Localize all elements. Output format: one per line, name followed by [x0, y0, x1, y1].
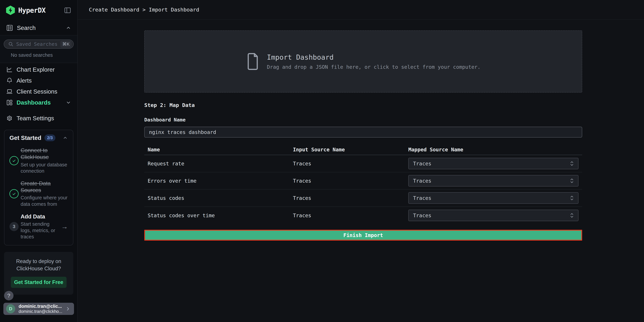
saved-searches-placeholder: Saved Searches: [16, 41, 58, 47]
progress-badge: 2/3: [44, 134, 56, 141]
no-saved-searches-text: No saved searches: [11, 52, 74, 58]
step-number-badge: 3: [10, 222, 18, 231]
select-chevrons-icon: [569, 212, 574, 218]
table-row: Errors over time Traces Traces: [144, 172, 582, 190]
chart-explorer-icon: [6, 66, 13, 73]
chevron-up-icon[interactable]: [62, 135, 68, 140]
get-started-title: Get Started: [10, 134, 42, 141]
sidebar-item-label: Client Sessions: [16, 88, 57, 95]
mapped-source-select[interactable]: Traces: [408, 175, 578, 186]
column-header-input-source: Input Source Name: [293, 147, 408, 152]
dashboards-icon: [6, 99, 13, 106]
top-bar: Create Dashboard > Import Dashboard: [78, 0, 644, 20]
input-source-cell: Traces: [293, 195, 408, 201]
mapped-source-select[interactable]: Traces: [408, 210, 578, 221]
input-source-cell: Traces: [293, 161, 408, 166]
user-name: dominic.tran@clic...: [18, 304, 62, 309]
chevron-right-icon: [65, 306, 71, 312]
finish-import-button[interactable]: Finish Import: [144, 230, 582, 240]
select-chevrons-icon: [569, 195, 574, 201]
input-source-cell: Traces: [293, 212, 408, 218]
get-started-step-sources[interactable]: Create Data Sources Configure where your…: [10, 180, 68, 208]
check-circle-icon: [10, 156, 18, 165]
bell-icon: [6, 77, 13, 84]
collapse-sidebar-icon[interactable]: [64, 6, 71, 14]
sidebar-item-client-sessions[interactable]: Client Sessions: [0, 86, 77, 97]
chart-name-cell: Status codes: [144, 195, 293, 201]
sidebar-item-label: Search: [17, 24, 36, 31]
step-subtitle: Set up your database connection: [20, 162, 68, 174]
gear-icon: [6, 115, 13, 122]
sidebar-item-team-settings[interactable]: Team Settings: [0, 113, 77, 124]
sidebar-item-chart-explorer[interactable]: Chart Explorer: [0, 64, 77, 75]
mapping-table-header: Name Input Source Name Mapped Source Nam…: [144, 144, 582, 155]
avatar: D: [6, 304, 15, 314]
app-root: HyperDX Search Saved Searches: [0, 0, 644, 322]
chart-name-cell: Errors over time: [144, 178, 293, 184]
deploy-promo-line2: ClickHouse Cloud?: [11, 265, 66, 272]
breadcrumb: Create Dashboard > Import Dashboard: [89, 6, 199, 13]
select-chevrons-icon: [569, 178, 574, 184]
logo-row: HyperDX: [0, 0, 77, 20]
dashboard-name-input[interactable]: [144, 127, 582, 138]
sidebar-item-label: Team Settings: [16, 115, 54, 122]
get-started-free-button[interactable]: Get Started for Free: [11, 277, 66, 288]
selected-value: Traces: [413, 195, 431, 201]
sidebar-item-label: Dashboards: [16, 99, 51, 106]
deploy-promo-line1: Ready to deploy on: [11, 258, 66, 265]
dropzone-description: Drag and drop a JSON file here, or click…: [267, 64, 480, 70]
selected-value: Traces: [413, 178, 431, 184]
laptop-icon: [6, 88, 13, 95]
dashboard-name-label: Dashboard Name: [144, 117, 582, 123]
table-row: Request rate Traces Traces: [144, 155, 582, 172]
step-subtitle: Start sending logs, metrics, or traces: [20, 221, 60, 240]
hyperdx-logo-icon: [6, 6, 15, 15]
table-row: Status codes Traces Traces: [144, 190, 582, 207]
table-row: Status codes over time Traces Traces: [144, 207, 582, 224]
mapped-source-select[interactable]: Traces: [408, 192, 578, 204]
mapping-table: Name Input Source Name Mapped Source Nam…: [144, 144, 582, 224]
step-title: Connect to ClickHouse: [20, 147, 68, 161]
column-header-mapped-source: Mapped Source Name: [408, 147, 582, 152]
step-title: Create Data Sources: [20, 180, 68, 194]
import-dashboard-page: Import Dashboard Drag and drop a JSON fi…: [78, 20, 582, 240]
step-subtitle: Configure where your data comes from: [20, 194, 68, 207]
get-started-card: Get Started 2/3 Connect to ClickHouse Se…: [4, 130, 73, 246]
search-icon: [8, 42, 14, 47]
dropzone-title: Import Dashboard: [267, 53, 480, 61]
sidebar-item-alerts[interactable]: Alerts: [0, 75, 77, 86]
help-icon: ?: [7, 292, 10, 299]
selected-value: Traces: [413, 161, 431, 166]
chevron-up-icon: [66, 25, 71, 31]
chart-name-cell: Request rate: [144, 161, 293, 166]
sidebar: HyperDX Search Saved Searches: [0, 0, 78, 322]
app-title: HyperDX: [18, 6, 46, 14]
mapped-source-select[interactable]: Traces: [408, 158, 578, 169]
step-2-heading: Step 2: Map Data: [144, 102, 582, 108]
check-circle-icon: [10, 189, 18, 198]
deploy-promo-card: Ready to deploy on ClickHouse Cloud? Get…: [4, 252, 73, 295]
get-started-step-connect[interactable]: Connect to ClickHouse Set up your databa…: [10, 147, 68, 174]
user-email: dominic.tran@clickho...: [18, 309, 62, 314]
input-source-cell: Traces: [293, 178, 408, 184]
saved-searches-input[interactable]: Saved Searches ⌘K: [4, 40, 74, 49]
help-button[interactable]: ?: [4, 291, 14, 300]
shortcut-badge: ⌘K: [60, 41, 72, 48]
step-title: Add Data: [20, 213, 60, 220]
file-icon: [246, 53, 260, 70]
sidebar-item-label: Alerts: [16, 77, 32, 84]
sidebar-item-label: Chart Explorer: [16, 66, 55, 73]
chart-name-cell: Status codes over time: [144, 212, 293, 218]
arrow-right-icon: →: [61, 223, 68, 230]
import-dropzone[interactable]: Import Dashboard Drag and drop a JSON fi…: [144, 30, 582, 92]
get-started-step-add-data[interactable]: 3 Add Data Start sending logs, metrics, …: [10, 213, 68, 240]
main-area: Create Dashboard > Import Dashboard Impo…: [78, 0, 644, 322]
selected-value: Traces: [413, 212, 431, 218]
sidebar-item-search[interactable]: Search: [0, 20, 77, 36]
chevron-down-icon: [66, 100, 71, 106]
user-menu[interactable]: D dominic.tran@clic... dominic.tran@clic…: [4, 303, 74, 315]
search-section-icon: [6, 24, 13, 32]
select-chevrons-icon: [569, 161, 574, 166]
sidebar-nav: Chart Explorer Alerts Client Sessions Da…: [0, 63, 77, 124]
sidebar-item-dashboards[interactable]: Dashboards: [0, 97, 77, 108]
